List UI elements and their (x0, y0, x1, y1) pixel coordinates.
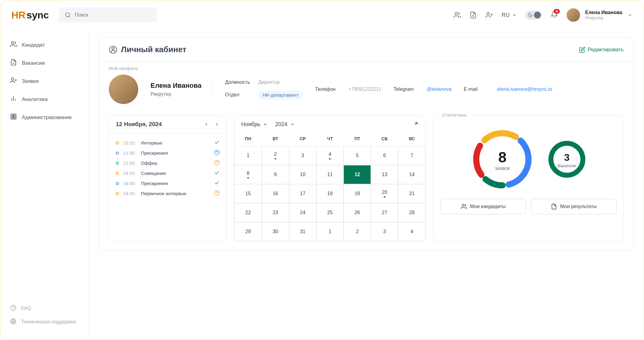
sidebar-item-3[interactable]: Аналитика (0, 90, 88, 108)
cal-dow: ПТ (344, 133, 371, 146)
status-icon (214, 180, 220, 187)
agenda-item-1[interactable]: 11:30Прескрининг (116, 148, 220, 158)
expand-icon[interactable] (413, 121, 419, 128)
sidebar-item-0[interactable]: Кандидат (0, 36, 88, 54)
cal-day[interactable]: 14 (398, 165, 426, 184)
vacancies-donut: 3Вакансии (547, 139, 587, 180)
cal-day[interactable]: 1 (234, 146, 262, 165)
status-icon (214, 190, 220, 197)
calendar-card: Ноябрь 2024 ПНВТСРЧТПТСБВС12345678910111… (234, 115, 426, 241)
svg-line-1 (69, 16, 70, 17)
search-icon (65, 12, 71, 18)
telegram-link[interactable]: @eivanova (427, 87, 451, 92)
edit-icon (579, 47, 585, 53)
search-input[interactable]: Поиск (59, 8, 157, 22)
status-dot (116, 182, 119, 185)
cal-dow: ПН (234, 133, 262, 146)
status-icon (214, 150, 220, 156)
cal-day[interactable]: 3 (371, 222, 398, 241)
cal-day[interactable]: 5 (344, 146, 371, 165)
search-placeholder: Поиск (75, 12, 88, 18)
cal-day[interactable]: 25 (316, 203, 344, 222)
dept-badge: HR-департамент (258, 91, 303, 99)
users-icon[interactable] (454, 11, 461, 19)
nav-icon (10, 59, 17, 67)
svg-point-37 (462, 204, 464, 207)
my-results-button[interactable]: Мои результаты (531, 199, 617, 214)
cal-day[interactable]: 3 (289, 146, 316, 165)
year-select[interactable]: 2024 (275, 121, 295, 128)
sidebar-item-1[interactable]: Вакансии (0, 54, 88, 72)
logo[interactable]: HRsync (11, 10, 49, 21)
cal-day[interactable]: 2 (344, 222, 371, 241)
status-dot (116, 152, 119, 155)
status-icon (214, 140, 220, 146)
cal-day[interactable]: 28 (398, 203, 426, 222)
cal-day[interactable]: 19 (344, 184, 371, 203)
cal-day[interactable]: 30 (262, 222, 289, 241)
cal-day[interactable]: 31 (289, 222, 316, 241)
my-candidates-button[interactable]: Мои кандидаты (440, 199, 526, 214)
cal-day[interactable]: 9 (262, 165, 289, 184)
sidebar-item-2[interactable]: Заявки (0, 72, 88, 90)
agenda-item-5[interactable]: 18:20Первичное интервью (116, 188, 220, 199)
cal-day[interactable]: 10 (289, 165, 316, 184)
requests-donut: 8заявок (470, 127, 535, 193)
agenda-next[interactable] (214, 122, 220, 127)
svg-point-5 (487, 12, 489, 15)
sidebar-footer-0[interactable]: FAQ (0, 302, 88, 315)
cal-day[interactable]: 27 (371, 203, 398, 222)
cal-day[interactable]: 4 (316, 146, 344, 165)
profile-name: Елена Иванова (151, 82, 202, 90)
cal-day[interactable]: 29 (234, 222, 262, 241)
page-title: Личный кабинет (109, 45, 187, 54)
agenda-item-4[interactable]: 18:00Прескрининг (116, 178, 220, 188)
cal-day[interactable]: 11 (316, 165, 344, 184)
profile-role: Рекрутер (151, 91, 202, 97)
file-plus-icon[interactable] (469, 11, 477, 19)
cal-day[interactable]: 13 (371, 165, 398, 184)
agenda-item-2[interactable]: 12:00Оффер (116, 158, 220, 168)
cal-day[interactable]: 21 (398, 184, 426, 203)
cal-day[interactable]: 22 (234, 203, 262, 222)
cal-day[interactable]: 23 (262, 203, 289, 222)
email-link[interactable]: elena.ivanova@hrsync.io (497, 87, 552, 92)
cal-day[interactable]: 12 (344, 165, 371, 184)
cal-day[interactable]: 8 (234, 165, 262, 184)
cal-dow: ВС (398, 133, 426, 146)
user-circle-icon (109, 45, 117, 54)
sidebar-item-4[interactable]: Администрирование (0, 108, 88, 126)
cal-day[interactable]: 17 (289, 184, 316, 203)
nav-icon (10, 77, 17, 85)
sidebar-footer-1[interactable]: Техническая поддержка (0, 315, 88, 329)
cal-day[interactable]: 26 (344, 203, 371, 222)
cal-day[interactable]: 16 (262, 184, 289, 203)
language-select[interactable]: RU (501, 12, 517, 18)
cal-day[interactable]: 6 (371, 146, 398, 165)
cal-day[interactable]: 4 (398, 222, 426, 241)
month-select[interactable]: Ноябрь (241, 121, 268, 128)
user-menu[interactable]: Елена Иванова Рекрутер (567, 8, 633, 22)
cal-day[interactable]: 18 (316, 184, 344, 203)
svg-point-0 (66, 13, 70, 17)
cal-dow: ЧТ (316, 133, 344, 146)
footer-icon (10, 305, 16, 312)
agenda-item-0[interactable]: 10:20Интервью (116, 138, 220, 148)
cal-day[interactable]: 7 (398, 146, 426, 165)
cal-dow: ВТ (262, 133, 289, 146)
theme-toggle[interactable] (525, 10, 542, 20)
user-plus-icon[interactable] (485, 11, 493, 19)
user-name: Елена Иванова (585, 10, 622, 15)
cal-day[interactable]: 24 (289, 203, 316, 222)
notification-badge: 4 (554, 9, 560, 14)
status-icon (214, 170, 220, 176)
edit-button[interactable]: Редактировать (579, 47, 624, 53)
status-dot (116, 141, 119, 145)
cal-day[interactable]: 20 (371, 184, 398, 203)
agenda-prev[interactable] (204, 122, 209, 127)
cal-day[interactable]: 1 (316, 222, 344, 241)
cal-day[interactable]: 15 (234, 184, 262, 203)
agenda-item-3[interactable]: 16:20Совещание (116, 168, 220, 178)
cal-day[interactable]: 2 (262, 146, 289, 165)
notifications-button[interactable]: 4 (551, 11, 558, 19)
